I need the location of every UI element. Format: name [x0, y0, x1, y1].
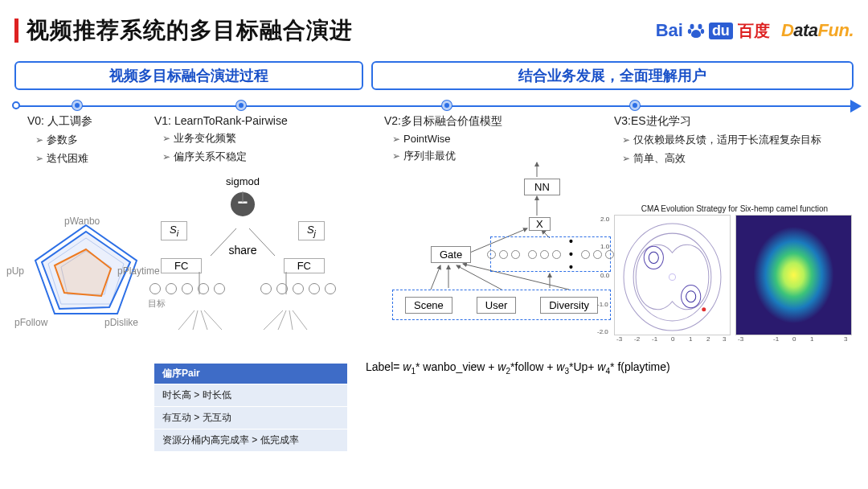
- pair-row-2: 资源分桶内高完成率 > 低完成率: [154, 429, 347, 451]
- col-v0: V0: 人工调参 ➢参数多 ➢迭代困难: [27, 114, 156, 170]
- svg-line-18: [264, 310, 283, 330]
- v2-gate: Gate: [431, 246, 471, 263]
- v1-minus-node: −: [231, 192, 255, 216]
- v1-bullet-1: ➢偏序关系不稳定: [162, 150, 371, 164]
- v2-lat-group2: [528, 250, 561, 259]
- pair-table: 偏序Pair 时长高 > 时长低 有互动 > 无互动 资源分桶内高完成率 > 低…: [154, 364, 347, 451]
- logo-area: Bai du 百度 DataFun.: [656, 20, 854, 42]
- title-accent-bar: [14, 18, 18, 43]
- col-v2: V2:多目标融合价值模型 ➢PointWise ➢序列非最优: [384, 114, 593, 167]
- section-left: 视频多目标融合演进过程: [14, 61, 363, 90]
- radar-label-left: pUp: [6, 265, 24, 277]
- svg-point-37: [669, 274, 675, 281]
- pair-header: 偏序Pair: [154, 364, 347, 384]
- svg-line-20: [289, 310, 293, 330]
- v2-latent-box: • • •: [490, 236, 611, 272]
- v0-bullet-0: ➢参数多: [35, 133, 156, 147]
- v0-heading: V0: 人工调参: [27, 114, 156, 129]
- v0-bullet-1: ➢迭代困难: [35, 151, 156, 166]
- timeline-dot-v3: [630, 101, 640, 110]
- radar-label-top: pWanbo: [64, 216, 100, 227]
- baidu-bai: Bai: [656, 20, 683, 41]
- svg-line-21: [293, 310, 307, 330]
- svg-line-15: [193, 310, 198, 330]
- v1-fc-left: FC: [161, 258, 202, 273]
- v2-nn: NN: [524, 179, 560, 195]
- page-title: 视频推荐系统的多目标融合演进: [27, 15, 353, 46]
- v1-Sj: Sj: [298, 221, 325, 240]
- timeline: [14, 98, 862, 113]
- timeline-arrowhead: [850, 100, 862, 113]
- v2-user: User: [477, 297, 516, 314]
- timeline-dot-v1: [236, 101, 246, 110]
- v2-ellipsis: • • •: [569, 235, 573, 273]
- svg-point-36: [686, 291, 696, 302]
- v1-heading: V1: LearnToRank-Pairwise: [154, 114, 371, 127]
- cma-plot-left: -3 -2 -1 0 1 2 3 2.0 1.0 0.0 -1.0 -2.0: [614, 215, 731, 335]
- v1-sigmod: sigmod: [146, 175, 339, 187]
- label-formula: Label= w1* wanbo_view + w2*follow + w3*U…: [366, 360, 670, 376]
- svg-point-32: [633, 233, 711, 321]
- v3-bullet-0: ➢仅依赖最终反馈，适用于长流程复杂目标: [622, 133, 855, 147]
- v1-fc-right: FC: [284, 258, 325, 273]
- svg-point-38: [702, 307, 706, 311]
- section-headers: 视频多目标融合演进过程 结合业务发展，全面理解用户: [14, 61, 857, 90]
- baidu-logo: Bai du 百度: [656, 20, 770, 42]
- datafun-logo: DataFun.: [781, 20, 854, 41]
- v1-network: sigmod − Si Sj share FC FC 目标: [146, 175, 339, 310]
- timeline-line: [14, 105, 852, 107]
- v1-share: share: [146, 244, 339, 257]
- svg-point-34: [649, 252, 658, 263]
- v2-lat-group3: [581, 250, 614, 259]
- v1-bullet-0: ➢业务变化频繁: [162, 131, 371, 146]
- v1-mubiao: 目标: [148, 298, 339, 310]
- svg-line-19: [278, 310, 286, 330]
- contour-icon: [620, 220, 725, 334]
- timeline-dot-v0: [72, 101, 82, 110]
- svg-point-31: [624, 224, 721, 331]
- timeline-start-dot: [12, 101, 20, 109]
- svg-point-1: [698, 24, 702, 29]
- v3-bullet-1: ➢简单、高效: [622, 151, 855, 166]
- svg-line-17: [204, 310, 222, 330]
- v1-Si: Si: [161, 221, 187, 240]
- svg-line-27: [431, 265, 440, 290]
- svg-line-16: [201, 310, 207, 330]
- v2-scene: Scene: [405, 297, 452, 314]
- col-v1: V1: LearnToRank-Pairwise ➢业务变化频繁 ➢偏序关系不稳…: [154, 114, 371, 168]
- radar-label-bl: pFollow: [14, 317, 47, 328]
- svg-line-14: [178, 310, 194, 330]
- v3-heading: V3:ES进化学习: [614, 114, 855, 129]
- radar-chart: pWanbo pPlaytime pDislike pFollow pUp: [18, 219, 154, 327]
- baidu-cn: 百度: [738, 20, 770, 42]
- pair-row-1: 有互动 > 无互动: [154, 406, 347, 429]
- svg-point-33: [644, 246, 663, 269]
- baidu-du: du: [709, 23, 733, 39]
- v2-bullet-1: ➢序列非最优: [392, 149, 593, 163]
- v2-inputs-box: Scene User Diversity: [392, 290, 611, 320]
- v2-heading: V2:多目标融合价值模型: [384, 114, 593, 129]
- svg-point-0: [690, 24, 694, 29]
- radar-label-br: pDislike: [104, 317, 138, 328]
- v1-inputs-right: [260, 283, 336, 294]
- v1-inputs-left: [149, 283, 225, 294]
- col-v3: V3:ES进化学习 ➢仅依赖最终反馈，适用于长流程复杂目标 ➢简单、高效: [614, 114, 855, 170]
- pair-row-0: 时长高 > 时长低: [154, 384, 347, 406]
- svg-point-35: [682, 286, 701, 308]
- v2-diversity: Diversity: [540, 297, 598, 314]
- v2-bullet-0: ➢PointWise: [392, 133, 593, 145]
- v2-lat-group1: [487, 250, 520, 259]
- svg-point-3: [701, 29, 704, 34]
- baidu-paw-icon: [686, 21, 706, 40]
- v2-x: X: [529, 217, 551, 231]
- svg-point-2: [688, 29, 691, 34]
- cma-plot-right: -3 -1 0 1 3: [735, 215, 852, 335]
- section-right: 结合业务发展，全面理解用户: [371, 61, 854, 90]
- timeline-dot-v2: [442, 101, 452, 110]
- cma-title: CMA Evolution Strategy for Six-hemp came…: [614, 204, 855, 213]
- cma-plots: CMA Evolution Strategy for Six-hemp came…: [614, 204, 855, 335]
